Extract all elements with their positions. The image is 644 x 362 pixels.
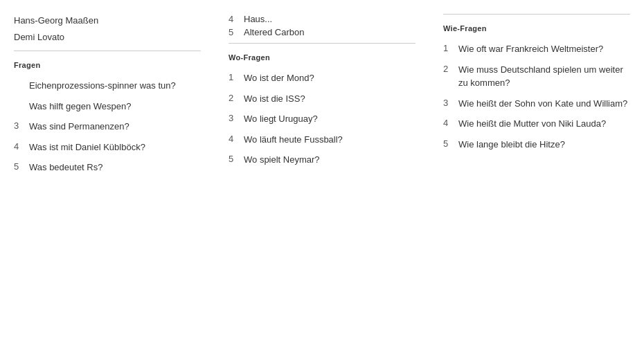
list-item: 4 Wo läuft heute Fussball? bbox=[229, 133, 415, 147]
question-text: Wo läuft heute Fussball? bbox=[244, 133, 343, 147]
top-item-5: 5 Altered Carbon bbox=[229, 27, 415, 37]
top-item-demi: Demi Lovato bbox=[14, 30, 201, 44]
top-item-num: 4 bbox=[229, 14, 244, 24]
question-number: 1 bbox=[229, 71, 244, 82]
question-number: 2 bbox=[229, 92, 244, 103]
section-title-wie: Wie-Fragen bbox=[443, 24, 630, 33]
section-fragen: Fragen Eichenprozessions-spinner was tun… bbox=[14, 61, 201, 174]
question-text: Was sind Permanenzen? bbox=[29, 120, 129, 134]
question-list-wie: 1 Wie oft war Frankreich Weltmeister? 2 … bbox=[443, 42, 630, 151]
top-item-4: 4 Haus... bbox=[229, 14, 415, 24]
question-list-wo: 1 Wo ist der Mond? 2 Wo ist die ISS? 3 W… bbox=[229, 71, 415, 167]
list-item: 3 Wie heißt der Sohn von Kate und Willia… bbox=[443, 97, 630, 111]
top-items-left: Hans-Georg Maaßen Demi Lovato bbox=[14, 14, 201, 44]
list-item: 5 Was bedeutet Rs? bbox=[14, 161, 201, 174]
question-number: 5 bbox=[14, 161, 29, 172]
list-item: 2 Wie muss Deutschland spielen um weiter… bbox=[443, 63, 630, 90]
list-item: Eichenprozessions-spinner was tun? bbox=[14, 79, 201, 93]
divider-right bbox=[443, 14, 630, 15]
section-title-wo: Wo-Fragen bbox=[229, 53, 415, 62]
section-wie-fragen: Wie-Fragen 1 Wie oft war Frankreich Welt… bbox=[443, 24, 630, 151]
question-number: 4 bbox=[14, 141, 29, 152]
question-number bbox=[14, 79, 29, 80]
question-number: 4 bbox=[229, 133, 244, 144]
question-number: 1 bbox=[443, 42, 458, 53]
question-text: Wie heißt die Mutter von Niki Lauda? bbox=[458, 117, 606, 131]
question-text: Wie lange bleibt die Hitze? bbox=[458, 138, 565, 152]
question-text: Wo ist der Mond? bbox=[244, 71, 314, 85]
question-number: 4 bbox=[443, 117, 458, 128]
question-number: 3 bbox=[229, 112, 244, 123]
column-left: Hans-Georg Maaßen Demi Lovato Fragen Eic… bbox=[0, 0, 215, 362]
top-item-text: Altered Carbon bbox=[244, 27, 304, 37]
question-text: Wie oft war Frankreich Weltmeister? bbox=[458, 42, 603, 56]
question-text: Wie heißt der Sohn von Kate und William? bbox=[458, 97, 627, 111]
question-text: Wo spielt Neymar? bbox=[244, 153, 320, 167]
question-number: 2 bbox=[443, 63, 458, 74]
list-item: 3 Was sind Permanenzen? bbox=[14, 120, 201, 134]
divider-middle bbox=[229, 43, 415, 44]
question-text: Was hilft gegen Wespen? bbox=[29, 100, 131, 114]
column-middle: 4 Haus... 5 Altered Carbon Wo-Fragen 1 W… bbox=[215, 0, 429, 362]
top-items-middle: 4 Haus... 5 Altered Carbon bbox=[229, 14, 415, 37]
question-number: 5 bbox=[443, 138, 458, 149]
top-item-text: Haus... bbox=[244, 14, 272, 24]
question-text: Wie muss Deutschland spielen um weiter z… bbox=[458, 63, 630, 90]
list-item: 1 Wo ist der Mond? bbox=[229, 71, 415, 85]
question-number: 5 bbox=[229, 153, 244, 164]
list-item: 4 Wie heißt die Mutter von Niki Lauda? bbox=[443, 117, 630, 131]
list-item: Was hilft gegen Wespen? bbox=[14, 100, 201, 114]
question-list-fragen: Eichenprozessions-spinner was tun? Was h… bbox=[14, 79, 201, 174]
page-container: Hans-Georg Maaßen Demi Lovato Fragen Eic… bbox=[0, 0, 644, 362]
list-item: 3 Wo liegt Uruguay? bbox=[229, 112, 415, 126]
list-item: 1 Wie oft war Frankreich Weltmeister? bbox=[443, 42, 630, 56]
list-item: 5 Wo spielt Neymar? bbox=[229, 153, 415, 167]
question-number: 3 bbox=[14, 120, 29, 131]
question-text: Was bedeutet Rs? bbox=[29, 161, 102, 174]
list-item: 2 Wo ist die ISS? bbox=[229, 92, 415, 106]
top-item-num: 5 bbox=[229, 27, 244, 37]
column-right: Wie-Fragen 1 Wie oft war Frankreich Welt… bbox=[429, 0, 644, 362]
list-item: 5 Wie lange bleibt die Hitze? bbox=[443, 138, 630, 152]
top-item-hans: Hans-Georg Maaßen bbox=[14, 14, 201, 28]
list-item: 4 Was ist mit Daniel Küblböck? bbox=[14, 141, 201, 154]
section-title-fragen: Fragen bbox=[14, 61, 201, 69]
question-number bbox=[14, 100, 29, 100]
question-text: Wo liegt Uruguay? bbox=[244, 112, 318, 126]
question-number: 3 bbox=[443, 97, 458, 108]
question-text: Wo ist die ISS? bbox=[244, 92, 305, 106]
section-wo-fragen: Wo-Fragen 1 Wo ist der Mond? 2 Wo ist di… bbox=[229, 53, 415, 167]
question-text: Eichenprozessions-spinner was tun? bbox=[29, 79, 176, 93]
divider-left bbox=[14, 51, 201, 51]
question-text: Was ist mit Daniel Küblböck? bbox=[29, 141, 145, 154]
